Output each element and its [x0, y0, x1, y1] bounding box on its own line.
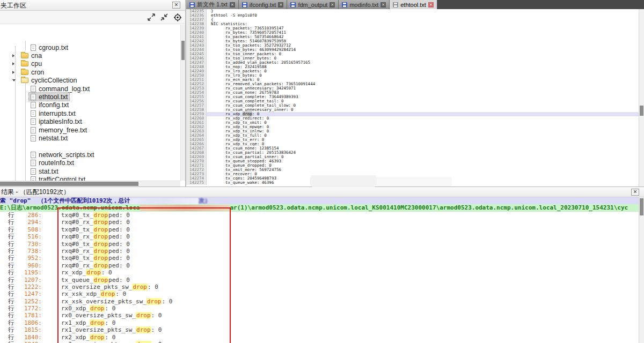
tree-item-label: memory_free.txt [39, 126, 87, 134]
file-icon [31, 118, 36, 125]
tree-item-inner: cpu [19, 60, 43, 68]
tab-ethtool-txt[interactable]: ethtool.txt✕ [390, 0, 437, 9]
expand-all-icon[interactable] [147, 13, 156, 22]
result-line-number: 1222: [16, 284, 42, 290]
row-label: 行 [0, 341, 16, 343]
tab-close-icon[interactable]: ✕ [428, 2, 434, 8]
tree-item-command-log-txt[interactable]: command_log.txt [0, 85, 180, 93]
tree-item-inner: cgroup.txt [29, 43, 70, 51]
line-text: { [207, 18, 639, 22]
tree-item-cgroup-txt[interactable]: cgroup.txt [0, 43, 180, 51]
tree-item-inner: cron [19, 68, 46, 76]
chevron-right-icon[interactable] [12, 62, 14, 65]
tree-item-inner: stat.txt [29, 167, 60, 175]
workspace-toolbar [0, 11, 185, 24]
tree-item-label: command_log.txt [39, 85, 90, 93]
row-label: 行 [0, 334, 16, 341]
tree-item-inner: cyclicCollection [19, 77, 78, 85]
tree-item-iptablesinfo-txt[interactable]: iptablesInfo.txt [0, 118, 180, 126]
save-state-floppy-icon [342, 2, 347, 8]
tree-item-network-scripts-txt[interactable]: network_scripts.txt [0, 151, 180, 159]
collapse-all-icon[interactable] [159, 13, 169, 22]
save-state-floppy-icon [393, 2, 398, 8]
tab-close-icon[interactable]: ✕ [278, 2, 283, 8]
tree-item-memory-free-txt[interactable]: memory_free.txt [0, 126, 180, 134]
redaction-patch [130, 198, 199, 204]
tree-item-trafficcontrol-txt[interactable]: trafficControl.txt [0, 175, 180, 181]
search-summary-line[interactable]: 索 "drop" （1个文件中匹配到10192次，总计次） [0, 197, 644, 204]
file-icon [31, 127, 36, 133]
scrollbar-thumb[interactable] [640, 106, 643, 116]
results-titlebar: 结果 - （匹配10192次） ✕ [0, 187, 644, 197]
scrollbar-thumb[interactable] [640, 198, 643, 215]
tab-close-icon[interactable]: ✕ [330, 2, 335, 8]
editor-line: 142237{ [186, 18, 639, 22]
result-line-number: 508: [16, 226, 42, 233]
chevron-right-icon[interactable] [12, 54, 14, 57]
file-icon [31, 86, 36, 92]
tree-item-routeinfo-txt[interactable]: routeInfo.txt [0, 159, 180, 167]
tree-item-cpu[interactable]: cpu [0, 60, 180, 68]
result-line-number: 1815: [16, 326, 42, 333]
editor-content[interactable]: 142235}142236ethtool -S enp1s0f0142237{1… [186, 9, 639, 187]
tree-item-label: ifconfig.txt [39, 101, 69, 109]
row-label: 行 [0, 269, 16, 276]
tree-item-ethtool-txt[interactable]: ethtool.txt [0, 93, 180, 101]
result-line-number: 1781: [16, 312, 42, 319]
tree-item-inner: command_log.txt [29, 85, 91, 93]
scrollbar-thumb[interactable] [181, 41, 185, 60]
line-number[interactable]: 142275 [186, 181, 207, 185]
tab--1-txt[interactable]: 新文件 1.txt✕ [186, 0, 239, 9]
tree-horizontal-scrollbar[interactable] [0, 181, 180, 187]
tree-item-cycliccollection[interactable]: cyclicCollection [0, 77, 180, 85]
line-text: rx_xdp_tx_xmit: 0 [207, 121, 639, 125]
line-text: rx_lro_packets: 0 [207, 69, 639, 73]
tree-item-ifconfig-txt[interactable]: ifconfig.txt [0, 101, 180, 109]
file-icon [31, 160, 36, 166]
result-line-number: 1849: [16, 341, 42, 343]
line-text: rx_xdp_drop: 0 [207, 112, 639, 116]
tree-item-label: network_scripts.txt [39, 151, 94, 159]
tab-bar: 新文件 1.txt✕ifconfig.txt✕fdm_output✕modinf… [186, 0, 644, 9]
tab-ifconfig-txt[interactable]: ifconfig.txt✕ [239, 0, 288, 9]
locate-current-file-icon[interactable] [173, 13, 182, 22]
close-icon[interactable]: ✕ [631, 189, 639, 196]
redaction-patch [310, 175, 377, 187]
file-tree[interactable]: cgroup.txtcnacpucroncyclicCollectioncomm… [0, 25, 180, 181]
file-path-suffix: ar(1)\armod0523.odata.ncmp.unicom.local_… [230, 204, 628, 211]
result-line-number: 294: [16, 219, 42, 226]
tree-item-label: cna [31, 52, 42, 59]
tree-vertical-scrollbar[interactable] [180, 25, 185, 181]
tree-item-interrupts-txt[interactable]: interrupts.txt [0, 109, 180, 117]
app-window: { "colors": { "current_line_bg": "#e0e0f… [0, 0, 644, 343]
results-vertical-scrollbar[interactable] [639, 197, 644, 343]
close-icon[interactable]: ✕ [172, 2, 180, 9]
tab-fdm-output[interactable]: fdm_output✕ [287, 0, 339, 9]
editor-vertical-scrollbar[interactable] [639, 9, 644, 187]
scrollbar-thumb[interactable] [0, 182, 138, 186]
tree-item-label: cron [31, 69, 44, 76]
folder-icon [21, 53, 28, 58]
tree-item-netstat-txt[interactable]: netstat.txt [0, 134, 180, 142]
result-line-number: 1195: [16, 269, 42, 276]
file-icon [31, 102, 36, 108]
chevron-right-icon[interactable] [12, 71, 14, 74]
tree-item-cna[interactable]: cna [0, 51, 180, 59]
row-label: 行 [0, 277, 16, 284]
row-label: 行 [0, 305, 16, 312]
chevron-down-icon[interactable] [12, 79, 16, 81]
tree-item-cron[interactable]: cron [0, 68, 180, 76]
tree-item-inner: routeInfo.txt [29, 159, 76, 167]
line-text: } [207, 9, 639, 13]
tab-close-icon[interactable]: ✕ [230, 2, 235, 8]
result-line-number: 286: [16, 212, 42, 219]
row-label: 行 [0, 255, 16, 262]
line-text: rx_xdp_tx_err: 0 [207, 138, 639, 142]
line-text: rx_xdp_tx_inlnw: 0 [207, 129, 639, 133]
row-label: 行 [0, 290, 16, 297]
tab-close-icon[interactable]: ✕ [380, 2, 386, 8]
tree-item-label: netstat.txt [39, 135, 68, 142]
tree-item-inner: cna [19, 51, 43, 59]
tab-modinfo-txt[interactable]: modinfo.txt✕ [339, 0, 390, 9]
tree-item-stat-txt[interactable]: stat.txt [0, 167, 180, 175]
